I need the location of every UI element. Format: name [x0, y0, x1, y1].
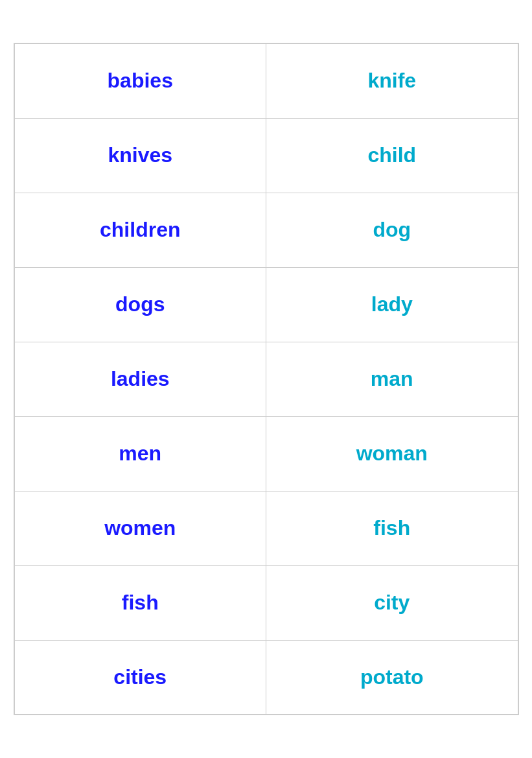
table-row: ladiesman [14, 342, 518, 416]
cell-left-5: men [14, 416, 266, 491]
cell-right-1: child [266, 118, 518, 193]
cell-right-3: lady [266, 267, 518, 342]
cell-left-2: children [14, 193, 266, 267]
table-row: childrendog [14, 193, 518, 267]
table-row: dogslady [14, 267, 518, 342]
table-row: citiespotato [14, 640, 518, 715]
page: babiesknifekniveschildchildrendogdogslad… [14, 43, 519, 715]
cell-right-5: woman [266, 416, 518, 491]
table-row: fishcity [14, 565, 518, 640]
cell-left-0: babies [14, 43, 266, 118]
table-row: womenfish [14, 491, 518, 565]
cell-right-8: potato [266, 640, 518, 715]
table-row: kniveschild [14, 118, 518, 193]
cell-left-1: knives [14, 118, 266, 193]
cell-right-0: knife [266, 43, 518, 118]
cell-right-4: man [266, 342, 518, 416]
cell-left-4: ladies [14, 342, 266, 416]
cell-left-7: fish [14, 565, 266, 640]
cell-left-8: cities [14, 640, 266, 715]
table-row: babiesknife [14, 43, 518, 118]
cell-right-7: city [266, 565, 518, 640]
cell-left-6: women [14, 491, 266, 565]
cell-left-3: dogs [14, 267, 266, 342]
table-row: menwoman [14, 416, 518, 491]
cell-right-6: fish [266, 491, 518, 565]
cell-right-2: dog [266, 193, 518, 267]
word-table: babiesknifekniveschildchildrendogdogslad… [14, 43, 519, 715]
